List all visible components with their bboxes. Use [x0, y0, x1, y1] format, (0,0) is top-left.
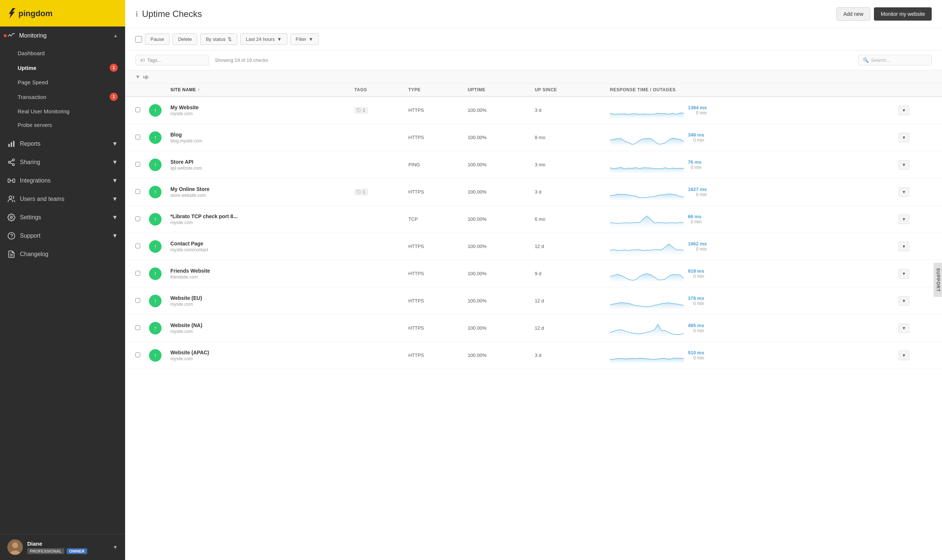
- user-profile-area[interactable]: Diane PROFESSIONAL OWNER ▼: [0, 534, 125, 560]
- filter-dropdown[interactable]: Filter ▼: [290, 34, 319, 45]
- page-info-icon: ℹ: [135, 9, 139, 18]
- table-row: ↑ Website (NA) mysite.com HTTPS 100.00% …: [125, 315, 942, 342]
- showing-count: Showing 19 of 19 checks: [215, 57, 268, 63]
- pingdom-logo[interactable]: pingdom: [9, 7, 68, 20]
- sidebar-item-sharing[interactable]: Sharing ▼: [0, 153, 125, 171]
- user-name: Diane: [27, 540, 87, 547]
- site-url: store.website.com: [170, 193, 346, 198]
- delete-button[interactable]: Delete: [172, 34, 198, 45]
- sidebar-item-users[interactable]: Users and teams ▼: [0, 190, 125, 208]
- sidebar-item-support[interactable]: Support ▼: [0, 227, 125, 245]
- sidebar-item-probe[interactable]: Probe servers: [0, 118, 125, 132]
- support-side-tab[interactable]: SUPPORT: [933, 263, 942, 297]
- search-box[interactable]: 🔍 Search...: [858, 55, 932, 66]
- sparkline-chart: [610, 184, 684, 200]
- up-status-icon: ↑: [149, 349, 162, 362]
- by-status-dropdown[interactable]: By status ⇅: [200, 34, 237, 45]
- sharing-chevron: ▼: [112, 159, 118, 166]
- sidebar-item-uptime[interactable]: Uptime 1: [0, 60, 125, 75]
- col-site-name[interactable]: SITE NAME: [166, 83, 350, 96]
- row-action-button[interactable]: ▼: [899, 106, 910, 115]
- row-checkbox[interactable]: [135, 298, 140, 303]
- row-action-button[interactable]: ▼: [899, 323, 910, 333]
- response-cell: 1962 ms 0 min: [606, 233, 894, 260]
- row-checkbox[interactable]: [135, 108, 140, 112]
- row-action-button[interactable]: ▼: [899, 296, 910, 306]
- sidebar: pingdom Monitoring ▲ Dashboard Uptime 1 …: [0, 0, 125, 560]
- svg-rect-11: [8, 179, 10, 182]
- row-action-button[interactable]: ▼: [899, 242, 910, 251]
- support-chevron: ▼: [112, 232, 118, 239]
- row-checkbox[interactable]: [135, 162, 140, 167]
- response-ms: 348 ms: [688, 132, 704, 138]
- row-checkbox[interactable]: [135, 271, 140, 275]
- row-checkbox[interactable]: [135, 352, 140, 357]
- sparkline-chart: [610, 292, 684, 309]
- tags-cell: [350, 124, 404, 151]
- tag-badge: 1: [354, 107, 368, 114]
- table-row: ↑ Contact Page mysite.com/contact HTTPS …: [125, 233, 942, 260]
- site-name-cell: My Website mysite.com: [166, 96, 350, 124]
- tags-cell: [350, 288, 404, 315]
- up-status-icon: ↑: [149, 104, 162, 117]
- response-ms: 510 ms: [688, 350, 704, 355]
- outage-min: 0 min: [691, 219, 701, 225]
- row-action-button[interactable]: ▼: [899, 133, 910, 142]
- tags-input[interactable]: 🏷 Tags...: [135, 55, 209, 66]
- last-24h-dropdown[interactable]: Last 24 hours ▼: [240, 34, 287, 45]
- up-status-icon: ↑: [149, 131, 162, 144]
- site-url: api.website.com: [170, 166, 346, 171]
- support-icon: [8, 232, 15, 240]
- row-action-button[interactable]: ▼: [899, 187, 910, 197]
- user-chevron: ▼: [112, 544, 118, 550]
- sidebar-item-rum[interactable]: Real User Monitoring: [0, 105, 125, 118]
- settings-chevron: ▼: [112, 214, 118, 221]
- action-cell: ▼: [894, 96, 942, 124]
- toolbar: Pause Delete By status ⇅ Last 24 hours ▼…: [125, 28, 942, 51]
- main-content: ℹ Uptime Checks Add new Monitor my websi…: [125, 0, 942, 560]
- type-cell: HTTPS: [404, 315, 463, 342]
- site-url: friendsite.com: [170, 274, 346, 280]
- response-ms: 378 ms: [688, 295, 704, 301]
- sidebar-item-integrations[interactable]: Integrations ▼: [0, 171, 125, 190]
- row-action-button[interactable]: ▼: [899, 351, 910, 360]
- row-action-button[interactable]: ▼: [899, 160, 910, 169]
- pause-button[interactable]: Pause: [145, 34, 169, 45]
- outage-min: 0 min: [696, 111, 707, 115]
- row-checkbox[interactable]: [135, 216, 140, 221]
- up-since-cell: 3 d: [530, 96, 605, 124]
- group-collapse-chevron[interactable]: ▼: [135, 74, 140, 80]
- sidebar-item-settings[interactable]: Settings ▼: [0, 208, 125, 227]
- row-action-button[interactable]: ▼: [899, 269, 910, 278]
- sidebar-item-transaction[interactable]: Transaction 1: [0, 89, 125, 105]
- up-since-cell: 3 d: [530, 178, 605, 206]
- monitor-website-button[interactable]: Monitor my website: [874, 8, 932, 21]
- sidebar-item-page-speed[interactable]: Page Speed: [0, 75, 125, 89]
- svg-marker-0: [9, 8, 15, 18]
- add-new-button[interactable]: Add new: [836, 8, 870, 21]
- site-name: Blog: [170, 132, 346, 138]
- row-checkbox[interactable]: [135, 135, 140, 140]
- sidebar-monitoring-header[interactable]: Monitoring ▲: [0, 26, 125, 45]
- tags-cell: [350, 315, 404, 342]
- sparkline-chart: [610, 320, 684, 336]
- type-cell: HTTPS: [404, 96, 463, 124]
- tag-badge: 1: [354, 189, 368, 195]
- row-checkbox[interactable]: [135, 243, 140, 248]
- row-checkbox-cell: [125, 288, 145, 315]
- sidebar-item-dashboard[interactable]: Dashboard: [0, 46, 125, 60]
- row-checkbox[interactable]: [135, 189, 140, 194]
- outage-min: 0 min: [696, 246, 707, 252]
- sidebar-item-changelog[interactable]: Changelog: [0, 245, 125, 263]
- type-cell: HTTPS: [404, 233, 463, 260]
- table-row: ↑ Website (EU) mysite.com HTTPS 100.00% …: [125, 288, 942, 315]
- svg-line-9: [10, 163, 12, 164]
- table-body: ↑ My Website mysite.com 1 HTTPS 100.00% …: [125, 96, 942, 369]
- uptime-cell: 100.00%: [463, 206, 530, 233]
- row-checkbox[interactable]: [135, 325, 140, 330]
- site-name-cell: Website (NA) mysite.com: [166, 315, 350, 342]
- user-badge-pro: PROFESSIONAL: [27, 548, 65, 554]
- row-action-button[interactable]: ▼: [899, 214, 910, 224]
- select-all-checkbox[interactable]: [135, 36, 142, 43]
- sidebar-item-reports[interactable]: Reports ▼: [0, 135, 125, 153]
